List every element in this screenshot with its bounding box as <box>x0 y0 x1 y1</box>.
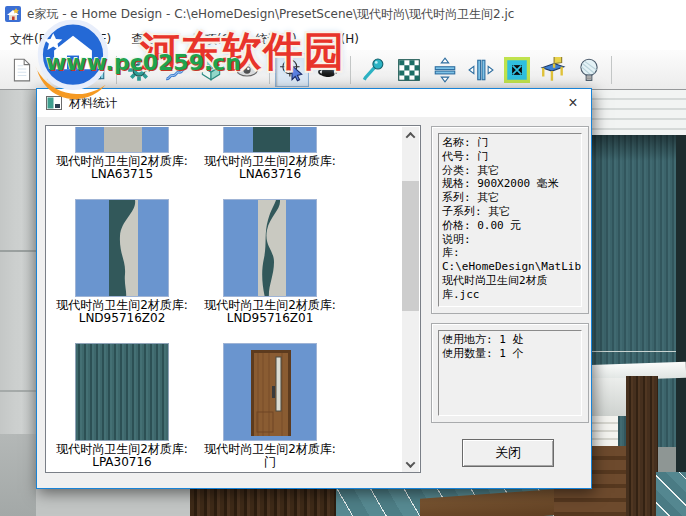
open-folder-icon <box>45 57 71 83</box>
usage-line: 使用地方: 1 处 <box>442 333 578 347</box>
teapot-icon <box>315 57 341 83</box>
property-line: 规格: 900X2000 毫米 <box>442 177 578 191</box>
view-eye-button[interactable] <box>230 53 264 87</box>
save-icon <box>81 57 107 83</box>
property-line: 名称: 门 <box>442 136 578 150</box>
material-code-label: LND95716Z02 <box>49 312 195 325</box>
save-button[interactable] <box>77 53 111 87</box>
light-bulb-icon <box>576 57 602 83</box>
scene-3d-button[interactable] <box>194 53 228 87</box>
open-button[interactable] <box>41 53 75 87</box>
split-vertical-icon <box>468 57 494 83</box>
material-item-LNA63715[interactable]: 现代时尚卫生间2材质库:LNA63715 <box>49 127 195 199</box>
close-x-icon: × <box>568 95 577 111</box>
property-line: 分类: 其它 <box>442 164 578 178</box>
vertical-scrollbar[interactable] <box>402 127 419 473</box>
usage-line: 使用数量: 1 个 <box>442 347 578 361</box>
menu-bar: 文件(F)编辑(E)查看(V)选项(O)统计(S)帮助(H) <box>0 28 686 50</box>
property-line: 系列: 其它 <box>442 191 578 205</box>
select-tool-button[interactable] <box>275 53 309 87</box>
material-thumbnail-teal-full <box>75 343 169 441</box>
scroll-up-button[interactable] <box>402 127 419 144</box>
toolbar-separator <box>611 56 612 84</box>
close-button[interactable]: 关闭 <box>462 439 554 467</box>
toolbar-separator <box>350 56 351 84</box>
scene-floor-corner <box>656 472 686 516</box>
statistics-box-icon <box>504 57 530 83</box>
material-row: 现代时尚卫生间2材质库:LND95716Z02现代时尚卫生间2材质库:LND95… <box>47 199 402 343</box>
menu-statistics[interactable]: 统计(S) <box>246 28 307 51</box>
material-thumbnail-band-gray <box>75 127 169 153</box>
menu-view[interactable]: 查看(V) <box>121 28 183 51</box>
dialog-title-bar[interactable]: 材料统计 × <box>37 89 591 117</box>
material-item-门[interactable]: 现代时尚卫生间2材质库:门 <box>197 343 343 471</box>
lighting-button[interactable] <box>572 53 606 87</box>
picker-pen-icon <box>360 57 386 83</box>
gear-icon <box>126 57 152 83</box>
usage-panel: 使用地方: 1 处使用数量: 1 个 <box>431 323 589 423</box>
property-line: 说明: <box>442 233 578 247</box>
chevron-up-icon <box>406 132 416 142</box>
scroll-down-button[interactable] <box>402 456 419 473</box>
material-list-content: 现代时尚卫生间2材质库:LNA63715现代时尚卫生间2材质库:LNA63716… <box>47 127 402 471</box>
material-item-LNA63716[interactable]: 现代时尚卫生间2材质库:LNA63716 <box>197 127 343 199</box>
texture-button[interactable] <box>392 53 426 87</box>
material-thumbnail-band-teal <box>223 127 317 153</box>
material-code-label: LNA63715 <box>49 168 195 181</box>
material-row: 现代时尚卫生间2材质库:LPA30716现代时尚卫生间2材质库:门 <box>47 343 402 471</box>
select-cursor-icon <box>279 57 305 83</box>
toolbar-separator <box>116 56 117 84</box>
property-line: 价格: 0.00 元 <box>442 219 578 233</box>
window-title: e家玩 - e Home Design - C:\eHomeDesign\Pre… <box>27 6 514 23</box>
new-file-button[interactable] <box>5 53 39 87</box>
eye-icon <box>234 57 260 83</box>
properties-panel: 名称: 门代号: 门分类: 其它规格: 900X2000 毫米系列: 其它子系列… <box>431 126 589 314</box>
dialog-image-icon <box>46 96 62 110</box>
scene-left-floor <box>0 434 36 516</box>
toolbar-separator <box>269 56 270 84</box>
material-code-label: 门 <box>197 456 343 469</box>
property-line: 库.jcc <box>442 288 578 302</box>
material-item-LND95716Z02[interactable]: 现代时尚卫生间2材质库:LND95716Z02 <box>49 199 195 343</box>
statistics-button[interactable] <box>500 53 534 87</box>
layers-3d-icon <box>198 57 224 83</box>
material-thumbnail-wave-s <box>223 199 317 297</box>
menu-options[interactable]: 选项(O) <box>183 28 246 51</box>
dialog-close-button[interactable]: × <box>557 89 589 117</box>
scrollbar-thumb[interactable] <box>402 181 419 311</box>
property-line: 库: <box>442 246 578 260</box>
material-thumbnail-door <box>223 343 317 441</box>
menu-edit[interactable]: 编辑(E) <box>60 28 121 51</box>
scene-table-leg <box>626 376 658 516</box>
usage-well: 使用地方: 1 处使用数量: 1 个 <box>438 330 582 416</box>
menu-file[interactable]: 文件(F) <box>0 28 60 51</box>
spring-tool-button[interactable] <box>158 53 192 87</box>
spring-icon <box>162 57 188 83</box>
chevron-down-icon <box>406 458 416 468</box>
property-line: 代号: 门 <box>442 150 578 164</box>
table-icon <box>540 57 566 83</box>
material-code-label: LNA63716 <box>197 168 343 181</box>
material-list[interactable]: 现代时尚卫生间2材质库:LNA63715现代时尚卫生间2材质库:LNA63716… <box>45 125 421 473</box>
material-item-LND95716Z01[interactable]: 现代时尚卫生间2材质库:LND95716Z01 <box>197 199 343 343</box>
material-code-label: LND95716Z01 <box>197 312 343 325</box>
render-button[interactable] <box>311 53 345 87</box>
split-horizontal-icon <box>432 57 458 83</box>
toolbar <box>0 50 686 90</box>
split-vertical-button[interactable] <box>464 53 498 87</box>
furniture-button[interactable] <box>536 53 570 87</box>
property-line: 子系列: 其它 <box>442 205 578 219</box>
title-bar: e家玩 - e Home Design - C:\eHomeDesign\Pre… <box>0 0 686 28</box>
app-logo-icon <box>5 6 21 22</box>
gear-tool-button[interactable] <box>122 53 156 87</box>
material-list-viewport: 现代时尚卫生间2材质库:LNA63715现代时尚卫生间2材质库:LNA63716… <box>47 127 402 471</box>
material-picker-button[interactable] <box>356 53 390 87</box>
scene-shadow-edge <box>676 135 686 515</box>
split-horizontal-button[interactable] <box>428 53 462 87</box>
menu-help[interactable]: 帮助(H) <box>307 28 369 51</box>
material-statistics-dialog: 材料统计 × 现代时尚卫生间2材质库:LNA63715现代时尚卫生间2材质库:L… <box>36 88 592 489</box>
material-item-LPA30716[interactable]: 现代时尚卫生间2材质库:LPA30716 <box>49 343 195 471</box>
material-row: 现代时尚卫生间2材质库:LNA63715现代时尚卫生间2材质库:LNA63716 <box>47 127 402 199</box>
properties-well: 名称: 门代号: 门分类: 其它规格: 900X2000 毫米系列: 其它子系列… <box>438 133 582 307</box>
property-line: C:\eHomeDesign\MatLib\ <box>442 260 578 274</box>
